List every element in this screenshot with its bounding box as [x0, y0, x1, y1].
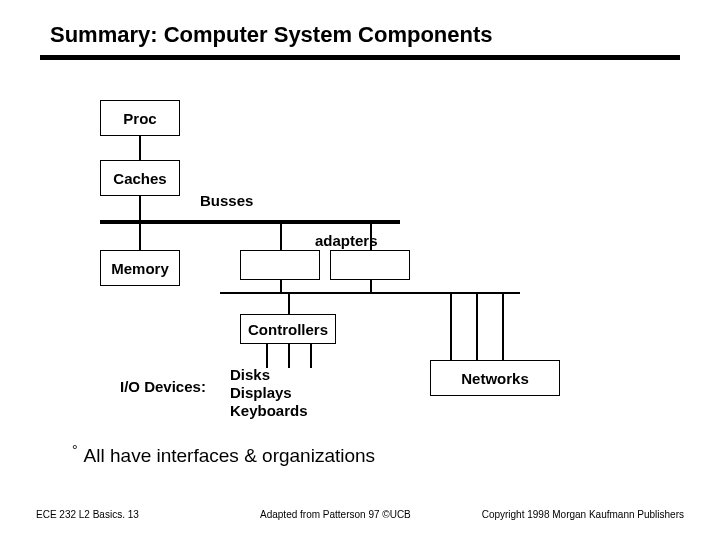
footer-right: Copyright 1998 Morgan Kaufmann Publisher… — [482, 509, 684, 520]
bullet-line: °All have interfaces & organizations — [72, 442, 375, 467]
line-proc-caches — [139, 136, 141, 160]
bus2-line — [220, 292, 520, 294]
line-bus2-net2 — [476, 294, 478, 360]
memory-box: Memory — [100, 250, 180, 286]
bullet-marker: ° — [72, 442, 78, 458]
line-ctrl-dev3 — [310, 344, 312, 368]
bullet-text: All have interfaces & organizations — [84, 445, 376, 466]
controllers-box: Controllers — [240, 314, 336, 344]
line-bus-memory — [139, 224, 141, 250]
line-bus2-ctrl — [288, 294, 290, 314]
adapter-box-1 — [240, 250, 320, 280]
footer-left: ECE 232 L2 Basics. 13 — [36, 509, 139, 520]
slide: Summary: Computer System Components Proc… — [0, 0, 720, 540]
adapter-box-2 — [330, 250, 410, 280]
line-ctrl-dev2 — [288, 344, 290, 368]
footer-mid: Adapted from Patterson 97 ©UCB — [260, 509, 411, 520]
title-underline — [40, 55, 680, 60]
slide-title: Summary: Computer System Components — [50, 22, 493, 48]
line-caches-bus — [139, 196, 141, 220]
proc-box: Proc — [100, 100, 180, 136]
line-ctrl-dev1 — [266, 344, 268, 368]
line-adapter1-bus2 — [280, 280, 282, 292]
line-adapter2-bus2 — [370, 280, 372, 292]
networks-box: Networks — [430, 360, 560, 396]
bus-line — [100, 220, 400, 224]
busses-label: Busses — [200, 192, 253, 209]
caches-box: Caches — [100, 160, 180, 196]
line-bus2-net1 — [450, 294, 452, 360]
line-bus-adapter1 — [280, 224, 282, 250]
keyboards-label: Keyboards — [230, 402, 308, 419]
io-devices-label: I/O Devices: — [120, 378, 206, 395]
disks-label: Disks — [230, 366, 270, 383]
line-bus2-net3 — [502, 294, 504, 360]
displays-label: Displays — [230, 384, 292, 401]
adapters-label: adapters — [315, 232, 378, 249]
